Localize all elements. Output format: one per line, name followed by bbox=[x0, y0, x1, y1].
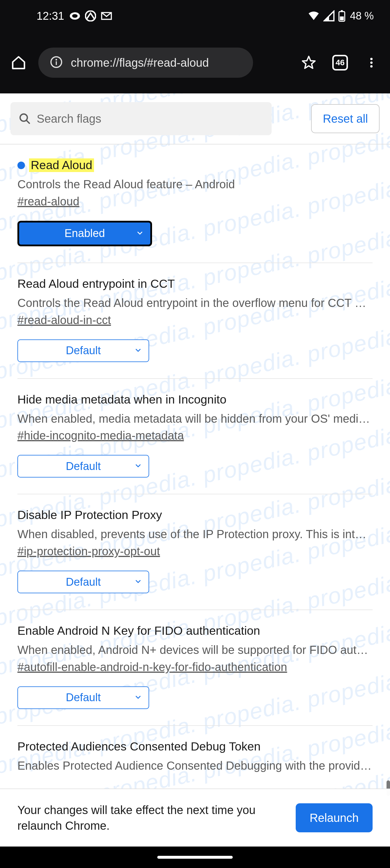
chevron-down-icon bbox=[134, 691, 142, 704]
svg-rect-5 bbox=[340, 17, 343, 20]
flag-state-select[interactable]: Default bbox=[18, 339, 149, 362]
signal-icon bbox=[323, 10, 335, 22]
flag-description: When enabled, media metadata will be hid… bbox=[18, 411, 372, 427]
flag-state-value: Default bbox=[66, 344, 101, 357]
svg-point-1 bbox=[72, 14, 78, 18]
flag-anchor-link[interactable]: #read-aloud bbox=[18, 195, 80, 208]
search-icon bbox=[19, 112, 31, 125]
home-icon bbox=[11, 55, 26, 70]
star-icon bbox=[301, 55, 316, 70]
search-row: Reset all bbox=[0, 93, 390, 145]
site-info-icon bbox=[50, 56, 63, 70]
flag-title: Hide media metadata when in Incognito bbox=[18, 393, 226, 406]
omnibox-url: chrome://flags/#read-aloud bbox=[71, 56, 209, 69]
flag-title: Read Aloud bbox=[29, 158, 94, 172]
svg-point-9 bbox=[370, 58, 372, 60]
svg-line-13 bbox=[27, 120, 30, 123]
flag-description: Enables Protected Audience Consented Deb… bbox=[18, 758, 372, 773]
flag-description: When disabled, prevents use of the IP Pr… bbox=[18, 527, 372, 542]
bookmark-button[interactable] bbox=[297, 51, 320, 74]
modified-dot-icon bbox=[18, 162, 25, 169]
browser-toolbar: chrome://flags/#read-aloud 46 bbox=[0, 32, 390, 93]
svg-rect-4 bbox=[341, 10, 343, 11]
nav-pill bbox=[157, 856, 233, 859]
search-input[interactable] bbox=[37, 112, 264, 125]
flag-state-value: Enabled bbox=[64, 227, 105, 240]
home-button[interactable] bbox=[7, 51, 30, 74]
omnibox[interactable]: chrome://flags/#read-aloud bbox=[38, 48, 253, 78]
status-left: 12:31 bbox=[36, 10, 112, 22]
flag-state-value: Default bbox=[66, 691, 101, 704]
chevron-down-icon bbox=[134, 344, 142, 357]
flag-title-row: Protected Audiences Consented Debug Toke… bbox=[18, 740, 372, 753]
gmail-icon bbox=[101, 10, 112, 22]
flag-state-value: Default bbox=[66, 460, 101, 473]
search-box[interactable] bbox=[10, 102, 272, 135]
notification-icon-circle bbox=[85, 10, 96, 22]
flag-item: Enable Android N Key for FIDO authentica… bbox=[18, 610, 372, 726]
more-vert-icon bbox=[365, 56, 378, 69]
battery-percent: 48 % bbox=[350, 10, 374, 22]
flag-item: Read AloudControls the Read Aloud featur… bbox=[18, 145, 372, 263]
svg-point-10 bbox=[370, 62, 372, 64]
system-nav-bar[interactable] bbox=[0, 846, 390, 868]
chevron-down-icon bbox=[134, 576, 142, 588]
flag-description: Controls the Read Aloud entrypoint in th… bbox=[18, 295, 372, 311]
flag-title-row: Enable Android N Key for FIDO authentica… bbox=[18, 624, 372, 638]
flags-page: Reset all Read AloudControls the Read Al… bbox=[0, 93, 390, 776]
flag-title-row: Hide media metadata when in Incognito bbox=[18, 393, 372, 406]
status-notification-icons bbox=[69, 10, 112, 22]
flag-item: Read Aloud entrypoint in CCTControls the… bbox=[18, 263, 372, 379]
tab-switcher-button[interactable]: 46 bbox=[328, 51, 352, 74]
flag-description: When enabled, Android N+ devices will be… bbox=[18, 642, 372, 658]
flag-anchor-link[interactable]: #ip-protection-proxy-opt-out bbox=[18, 545, 160, 558]
flag-state-value: Default bbox=[66, 576, 101, 588]
status-right: 48 % bbox=[308, 10, 374, 22]
overflow-menu-button[interactable] bbox=[360, 51, 383, 74]
flag-anchor-link[interactable]: #autofill-enable-android-n-key-for-fido-… bbox=[18, 660, 287, 674]
tab-count-badge: 46 bbox=[332, 55, 348, 70]
flag-state-select[interactable]: Enabled bbox=[18, 221, 152, 246]
flag-title-row: Disable IP Protection Proxy bbox=[18, 508, 372, 522]
svg-point-11 bbox=[370, 65, 372, 68]
chevron-down-icon bbox=[134, 460, 142, 473]
chevron-down-icon bbox=[136, 227, 144, 240]
flag-item: Disable IP Protection ProxyWhen disabled… bbox=[18, 494, 372, 610]
reset-all-button[interactable]: Reset all bbox=[311, 104, 380, 133]
flag-anchor-link[interactable]: #hide-incognito-media-metadata bbox=[18, 429, 184, 442]
flag-title: Enable Android N Key for FIDO authentica… bbox=[18, 624, 260, 638]
svg-point-7 bbox=[55, 59, 57, 61]
flag-state-select[interactable]: Default bbox=[18, 686, 149, 709]
wifi-icon bbox=[308, 10, 320, 22]
flag-title-row: Read Aloud entrypoint in CCT bbox=[18, 277, 372, 291]
svg-rect-8 bbox=[56, 61, 57, 65]
flag-item: Hide media metadata when in IncognitoWhe… bbox=[18, 379, 372, 495]
relaunch-button[interactable]: Relaunch bbox=[296, 803, 372, 832]
relaunch-bar: Your changes will take effect the next t… bbox=[0, 788, 390, 846]
flag-title-row: Read Aloud bbox=[18, 158, 372, 172]
flag-state-select[interactable]: Default bbox=[18, 571, 149, 593]
flag-title: Read Aloud entrypoint in CCT bbox=[18, 277, 175, 291]
flag-description: Controls the Read Aloud feature – Androi… bbox=[18, 177, 372, 192]
battery-icon bbox=[338, 10, 345, 22]
status-time: 12:31 bbox=[36, 10, 64, 22]
flag-title: Protected Audiences Consented Debug Toke… bbox=[18, 740, 261, 753]
flags-list: Read AloudControls the Read Aloud featur… bbox=[0, 145, 390, 776]
relaunch-message: Your changes will take effect the next t… bbox=[18, 802, 267, 834]
notification-icon-oval bbox=[69, 10, 80, 22]
flag-state-select[interactable]: Default bbox=[18, 455, 149, 477]
status-bar: 12:31 48 % bbox=[0, 0, 390, 32]
flag-anchor-link[interactable]: #read-aloud-in-cct bbox=[18, 314, 111, 327]
flag-title: Disable IP Protection Proxy bbox=[18, 508, 162, 522]
flag-item: Protected Audiences Consented Debug Toke… bbox=[18, 726, 372, 776]
